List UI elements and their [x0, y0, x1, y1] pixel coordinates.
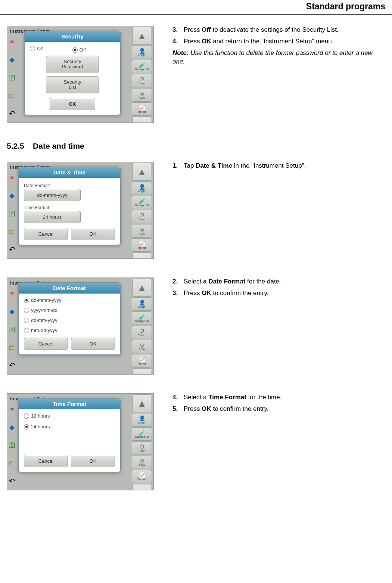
- login-button[interactable]: 👤Login: [132, 297, 152, 311]
- radio-off-label: Off: [80, 47, 86, 53]
- login-label: Login: [138, 421, 146, 424]
- date-format-label: Date Format:: [24, 183, 115, 188]
- radio-yyyy-mm-dd[interactable]: yyyy-mm-dd: [24, 307, 104, 313]
- timer-label: Timer: [138, 82, 146, 85]
- login-button[interactable]: 👤Login: [132, 413, 152, 427]
- aqa-label: AQA: [139, 464, 145, 467]
- left-icon-strip: ✶ ◆ ⚿ 🗀 ↶: [7, 285, 17, 374]
- radio-12-hours[interactable]: 12 hours: [24, 413, 104, 419]
- cancel-button[interactable]: Cancel: [24, 228, 68, 240]
- scroll-down-button[interactable]: ▼: [133, 252, 151, 259]
- section-heading: 5.2.5 Date and time: [7, 142, 385, 151]
- trends-label: Trends: [137, 362, 147, 365]
- sample-id-label: Sample ID: [135, 204, 149, 207]
- timer-button[interactable]: ⏱Timer: [132, 326, 152, 339]
- aqa-button[interactable]: ◎AQA: [132, 224, 152, 238]
- radio-mm-dd-yyyy[interactable]: mm-dd-yyyy: [24, 328, 104, 333]
- login-button[interactable]: 👤Login: [132, 182, 152, 195]
- right-toolbar: ▲ 👤Login 🧪Sample ID ⏱Timer ◎AQA 📈Trends …: [131, 394, 153, 490]
- date-time-dialog: Date & Time Date Format: dd-mmm-yyyy Tim…: [18, 167, 121, 245]
- step-4b: 4.Select a Time Format for the time.: [172, 393, 385, 402]
- sample-id-button[interactable]: 🧪Sample ID: [132, 427, 152, 441]
- dialog-title: Date Format: [19, 283, 120, 294]
- timer-label: Timer: [138, 334, 146, 337]
- left-icon-strip: ✶ ◆ ⚿ 🗀 ↶: [7, 400, 17, 490]
- sample-id-label: Sample ID: [135, 68, 149, 71]
- step-5: 5.Press OK to confirm the entry.: [172, 405, 385, 413]
- right-toolbar: ▲ 👤Login 🧪Sample ID ⏱Timer ◎AQA 📈Trends …: [131, 163, 153, 259]
- radio-dd-mm-yyyy[interactable]: dd-mm-yyyy: [24, 317, 104, 323]
- cancel-button[interactable]: Cancel: [24, 338, 68, 350]
- scroll-up-button[interactable]: ▲: [133, 163, 151, 181]
- folder-icon: 🗀: [7, 454, 17, 472]
- person-icon: ✶: [7, 33, 17, 51]
- time-format-dialog: Time Format 12 hours 24 hours Cancel OK: [18, 398, 121, 472]
- folder-icon: 🗀: [7, 338, 17, 356]
- sample-id-button[interactable]: 🧪Sample ID: [132, 60, 152, 73]
- page-header-title: Standard programs: [0, 1, 392, 15]
- scroll-up-button[interactable]: ▲: [133, 279, 151, 297]
- screenshot-time-format: Instrument Setup ✶ ◆ ⚿ 🗀 ↶ t ▲ 👤Login 🧪S…: [7, 393, 154, 490]
- sample-icon: ◆: [7, 187, 17, 205]
- back-icon: ↶: [7, 105, 17, 123]
- person-icon: ✶: [7, 169, 17, 187]
- sample-id-button[interactable]: 🧪Sample ID: [132, 196, 152, 209]
- radio-off[interactable]: Off: [72, 47, 86, 53]
- trends-label: Trends: [137, 246, 147, 249]
- scroll-down-button[interactable]: ▼: [133, 368, 151, 375]
- cancel-button[interactable]: Cancel: [24, 455, 68, 467]
- date-format-dialog: Date Format dd-mmm-yyyy yyyy-mm-dd dd-mm…: [18, 282, 121, 355]
- left-icon-strip: ✶ ◆ ⚿ 🗀 ↶: [7, 169, 17, 258]
- login-label: Login: [138, 306, 146, 308]
- security-list-button[interactable]: Security List: [46, 76, 99, 94]
- back-icon: ↶: [7, 356, 17, 374]
- security-dialog: Security On Off Security Password Securi…: [24, 31, 121, 115]
- scroll-down-button[interactable]: ▼: [133, 484, 151, 490]
- radio-dd-mmm-yyyy[interactable]: dd-mmm-yyyy: [24, 297, 104, 303]
- aqa-button[interactable]: ◎AQA: [132, 88, 152, 102]
- radio-on-label: On: [37, 46, 43, 51]
- step-3b: 3.Press OK to confirm the entry.: [172, 289, 385, 298]
- timer-button[interactable]: ⏱Timer: [132, 441, 152, 455]
- folder-icon: 🗀: [7, 87, 17, 105]
- radio-24-hours[interactable]: 24 hours: [24, 424, 104, 430]
- aqa-label: AQA: [139, 232, 145, 235]
- ok-button[interactable]: OK: [50, 98, 95, 110]
- trends-button[interactable]: 📈Trends: [132, 238, 152, 252]
- step-1: 1.Tap Date & Time in the "Instrument Set…: [172, 162, 385, 170]
- step-3: 3.Press Off to deactivate the settings o…: [172, 26, 385, 34]
- key-icon: ⚿: [7, 69, 17, 87]
- ok-button[interactable]: OK: [71, 228, 115, 240]
- sample-id-label: Sample ID: [135, 320, 149, 323]
- opt2-label: yyyy-mm-dd: [31, 307, 57, 313]
- trends-label: Trends: [137, 111, 147, 114]
- person-icon: ✶: [7, 285, 17, 303]
- scroll-up-button[interactable]: ▲: [133, 27, 151, 45]
- login-button[interactable]: 👤Login: [132, 46, 152, 59]
- ok-button[interactable]: OK: [71, 338, 115, 350]
- folder-icon: 🗀: [7, 223, 17, 241]
- timer-label: Timer: [138, 450, 146, 453]
- aqa-button[interactable]: ◎AQA: [132, 340, 152, 353]
- ok-button[interactable]: OK: [71, 455, 115, 467]
- date-format-button[interactable]: dd-mmm-yyyy: [24, 189, 81, 201]
- right-toolbar: ▲ 👤Login 🧪Sample ID ⏱Timer ◎AQA 📈Trends …: [131, 27, 153, 123]
- aqa-button[interactable]: ◎AQA: [132, 456, 152, 469]
- left-icon-strip: ✶ ◆ ⚿ 🗀 ↶: [7, 33, 17, 123]
- trends-button[interactable]: 📈Trends: [132, 102, 152, 116]
- back-icon: ↶: [7, 241, 17, 258]
- time-format-button[interactable]: 24 hours: [24, 211, 81, 223]
- dialog-title: Security: [25, 31, 120, 42]
- scroll-up-button[interactable]: ▲: [133, 394, 151, 412]
- sample-icon: ◆: [7, 418, 17, 436]
- time-format-label: Time Format:: [24, 205, 115, 210]
- scroll-down-button[interactable]: ▼: [133, 117, 151, 123]
- timer-button[interactable]: ⏱Timer: [132, 74, 152, 87]
- sample-id-button[interactable]: 🧪Sample ID: [132, 311, 152, 325]
- security-password-button[interactable]: Security Password: [46, 56, 99, 73]
- trends-button[interactable]: 📈Trends: [132, 470, 152, 483]
- sample-id-label: Sample ID: [135, 435, 149, 438]
- radio-on[interactable]: On: [30, 46, 43, 51]
- timer-button[interactable]: ⏱Timer: [132, 210, 152, 223]
- trends-button[interactable]: 📈Trends: [132, 354, 152, 368]
